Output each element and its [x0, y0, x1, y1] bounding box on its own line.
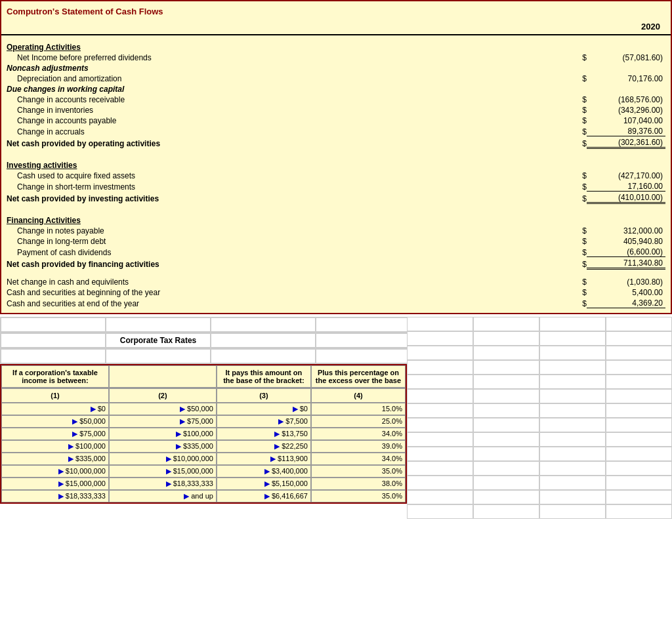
right-empty-cell [539, 346, 606, 360]
right-empty-row-10 [407, 461, 672, 476]
fixed-assets-currency: $ [567, 171, 587, 180]
tax-hcol1: If a corporation's taxable income is bet… [1, 365, 109, 388]
net-cash-financing-row: Net cash provided by financing activitie… [1, 258, 671, 270]
right-empty-grid [407, 317, 672, 519]
right-empty-cell [407, 317, 473, 331]
accounts-payable-row: Change in accounts payable $ 107,040.00 [1, 115, 671, 126]
financing-header-row: Financing Activities [1, 211, 671, 226]
right-empty-cell [473, 490, 539, 504]
right-empty-cell [407, 504, 473, 519]
right-empty-cell [407, 432, 473, 447]
net-income-value: (57,081.60) [587, 53, 665, 62]
right-empty-cell [473, 403, 539, 418]
net-cash-financing-value: 711,340.80 [587, 258, 665, 270]
right-empty-cell [606, 490, 672, 504]
due-changes-label: Due changes in working capital [7, 85, 665, 94]
net-income-label: Net Income before preferred dividends [7, 53, 567, 62]
accounts-receivable-value: (168,576.00) [587, 95, 665, 104]
cash-dividends-row: Payment of cash dividends $ (6,600.00) [1, 247, 671, 258]
notes-payable-value: 312,000.00 [587, 226, 665, 235]
cash-beginning-label: Cash and securities at beginning of the … [7, 288, 567, 297]
net-cash-financing-currency: $ [567, 260, 587, 269]
financing-header: Financing Activities [7, 212, 665, 225]
corp-tax-label: Corporate Tax Rates [106, 333, 211, 348]
lower-right [407, 317, 672, 519]
lower-left: Corporate Tax Rates If a corporation's t… [0, 317, 407, 519]
right-empty-cell [473, 346, 539, 360]
tax-col-num-1: (1) [1, 388, 109, 403]
right-empty-row-4 [407, 375, 672, 389]
right-empty-row-2 [407, 346, 672, 360]
short-term-row: Change in short-term investments $ 17,16… [1, 181, 671, 192]
right-empty-cell [539, 331, 606, 346]
right-empty-cell [473, 360, 539, 375]
right-empty-cell [407, 490, 473, 504]
investing-header: Investing activities [7, 157, 665, 170]
inventories-currency: $ [567, 106, 587, 115]
tax-col-num-2: (2) [109, 388, 217, 403]
tax-row-0: ▶ $0▶ $50,000▶ $015.0% [1, 403, 406, 415]
tax-hcol4: Plus this percentage on the excess over … [311, 365, 406, 388]
accruals-value: 89,376.00 [587, 127, 665, 136]
right-empty-row-12 [407, 490, 672, 504]
pre-tax-empty-rows3 [0, 348, 407, 364]
accounts-receivable-row: Change in accounts receivable $ (168,576… [1, 94, 671, 105]
pre-tax-empty-rows2: Corporate Tax Rates [0, 333, 407, 348]
tax-row-6: ▶ $15,000,000▶ $18,333,333▶ $5,150,00038… [1, 478, 406, 490]
accounts-receivable-label: Change in accounts receivable [7, 95, 567, 104]
right-empty-cell [606, 447, 672, 461]
right-empty-cell [473, 418, 539, 432]
right-empty-cell [539, 375, 606, 389]
inventories-row: Change in inventories $ (343,296.00) [1, 105, 671, 115]
main-container: Computron's Statement of Cash Flows 2020… [0, 0, 672, 519]
net-cash-operating-currency: $ [567, 139, 587, 148]
depreciation-row: Depreciation and amortization $ 70,176.0… [1, 73, 671, 84]
accounts-receivable-currency: $ [567, 95, 587, 104]
net-income-currency: $ [567, 53, 587, 62]
long-term-debt-value: 405,940.80 [587, 237, 665, 246]
short-term-currency: $ [567, 182, 587, 192]
right-empty-cell [539, 490, 606, 504]
right-empty-cell [473, 447, 539, 461]
right-empty-cell [473, 317, 539, 331]
right-empty-row-5 [407, 389, 672, 403]
accounts-payable-currency: $ [567, 116, 587, 125]
right-empty-cell [606, 360, 672, 375]
fixed-assets-row: Cash used to acquire fixed assets $ (427… [1, 171, 671, 181]
accruals-currency: $ [567, 127, 587, 136]
cash-end-currency: $ [567, 299, 587, 308]
accounts-payable-label: Change in accounts payable [7, 116, 567, 125]
accruals-label: Change in accruals [7, 127, 567, 136]
right-empty-cell [407, 461, 473, 476]
net-change-value: (1,030.80) [587, 277, 665, 287]
right-empty-cell [407, 418, 473, 432]
noncash-header-row: Noncash adjustments [1, 63, 671, 73]
operating-header-row: Operating Activities [1, 38, 671, 52]
right-empty-row-11 [407, 476, 672, 490]
depreciation-label: Depreciation and amortization [7, 74, 567, 83]
right-empty-row-9 [407, 447, 672, 461]
operating-header: Operating Activities [7, 39, 665, 52]
right-empty-cell [539, 360, 606, 375]
right-empty-row-0 [407, 317, 672, 331]
tax-data-rows: ▶ $0▶ $50,000▶ $015.0%▶ $50,000▶ $75,000… [1, 403, 406, 502]
right-empty-cell [539, 504, 606, 519]
long-term-debt-currency: $ [567, 237, 587, 246]
short-term-label: Change in short-term investments [7, 182, 567, 192]
pre-tax-empty-rows [0, 317, 407, 333]
right-empty-row-1 [407, 331, 672, 346]
net-cash-financing-label: Net cash provided by financing activitie… [7, 260, 567, 269]
net-cash-investing-value: (410,010.00) [587, 193, 665, 204]
tax-row-5: ▶ $10,000,000▶ $15,000,000▶ $3,400,00035… [1, 465, 406, 478]
right-empty-cell [606, 418, 672, 432]
tax-table: If a corporation's taxable income is bet… [0, 364, 407, 504]
right-empty-cell [473, 389, 539, 403]
net-cash-investing-currency: $ [567, 194, 587, 203]
right-empty-cell [407, 375, 473, 389]
tax-row-2: ▶ $75,000▶ $100,000▶ $13,75034.0% [1, 428, 406, 440]
net-change-currency: $ [567, 277, 587, 287]
cash-flow-section: Computron's Statement of Cash Flows 2020… [0, 0, 672, 314]
cash-end-label: Cash and securities at end of the year [7, 299, 567, 308]
depreciation-value: 70,176.00 [587, 74, 665, 83]
right-empty-cell [539, 403, 606, 418]
